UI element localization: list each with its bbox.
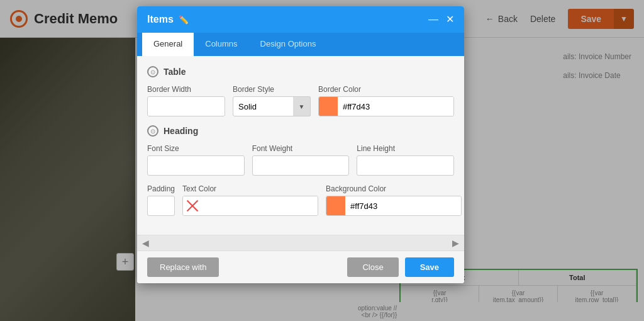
close-button[interactable]: Close — [347, 257, 398, 277]
line-height-label: Line Height — [357, 144, 454, 153]
font-size-label: Font Size — [147, 144, 245, 153]
font-weight-input[interactable] — [252, 155, 350, 176]
border-color-text[interactable] — [338, 97, 453, 116]
background-color-text[interactable] — [345, 196, 461, 215]
tab-design-options[interactable]: Design Options — [249, 33, 328, 56]
heading-row-1: Font Size Font Weight Line Height — [147, 144, 454, 176]
modal-content: ⊙ Table Border Width Border Style Solid … — [137, 56, 464, 235]
tab-general[interactable]: General — [142, 33, 194, 56]
footer-right-actions: Close Save — [347, 257, 454, 277]
heading-row-2: Padding Text Color Background Color — [147, 184, 454, 216]
border-color-swatch[interactable] — [319, 97, 338, 116]
text-color-text[interactable] — [202, 196, 318, 215]
text-color-group: Text Color — [182, 184, 318, 216]
background-color-group: Background Color — [326, 184, 462, 216]
edit-icon: ✏️ — [179, 15, 189, 25]
border-width-input[interactable] — [147, 96, 225, 116]
table-section-label: Table — [164, 67, 186, 77]
border-style-group: Border Style Solid Dashed Dotted ▼ — [233, 85, 311, 116]
modal-tabs: General Columns Design Options — [137, 33, 464, 56]
font-weight-label: Font Weight — [252, 144, 350, 153]
heading-section-label: Heading — [164, 126, 198, 136]
background-color-input-group[interactable] — [326, 196, 462, 216]
prev-nav-button[interactable]: ◀ — [142, 238, 149, 248]
border-color-input-group[interactable] — [318, 96, 454, 116]
background-color-label: Background Color — [326, 184, 462, 193]
table-section-icon: ⊙ — [147, 66, 158, 77]
padding-group: Padding — [147, 184, 175, 216]
modal-footer: Replace with Close Save — [137, 251, 464, 283]
border-style-select-wrapper: Solid Dashed Dotted ▼ — [233, 96, 311, 116]
modal-save-button[interactable]: Save — [405, 257, 454, 277]
table-section-header: ⊙ Table — [147, 66, 454, 77]
text-color-input-group[interactable] — [182, 196, 318, 216]
heading-section-header: ⊙ Heading — [147, 125, 454, 137]
modal-header-actions: — ✕ — [428, 14, 454, 25]
font-weight-group: Font Weight — [252, 144, 350, 176]
next-nav-button[interactable]: ▶ — [452, 238, 459, 248]
line-height-input[interactable] — [357, 155, 454, 176]
border-color-group: Border Color — [318, 85, 454, 116]
modal-close-button[interactable]: ✕ — [446, 14, 454, 25]
tab-columns[interactable]: Columns — [194, 33, 248, 56]
modal-minimize-button[interactable]: — — [428, 14, 438, 25]
replace-with-button[interactable]: Replace with — [147, 257, 219, 277]
text-color-swatch[interactable] — [183, 196, 202, 215]
border-style-label: Border Style — [233, 85, 311, 94]
line-height-group: Line Height — [357, 144, 454, 176]
text-color-label: Text Color — [182, 184, 318, 193]
border-width-group: Border Width — [147, 85, 225, 116]
background-color-swatch[interactable] — [326, 196, 345, 215]
modal-title: Items ✏️ — [147, 14, 189, 25]
font-size-group: Font Size — [147, 144, 245, 176]
modal-header: Items ✏️ — ✕ — [137, 6, 464, 33]
padding-input[interactable] — [147, 196, 175, 216]
items-modal: Items ✏️ — ✕ General Columns Design Opti… — [137, 6, 464, 283]
border-width-label: Border Width — [147, 85, 225, 94]
border-style-select[interactable]: Solid Dashed Dotted — [233, 96, 311, 116]
table-row-1: Border Width Border Style Solid Dashed D… — [147, 85, 454, 116]
modal-nav: ◀ ▶ — [137, 235, 464, 251]
padding-label: Padding — [147, 184, 175, 193]
heading-section-icon: ⊙ — [147, 125, 158, 137]
border-color-label: Border Color — [318, 85, 454, 94]
font-size-input[interactable] — [147, 155, 245, 176]
